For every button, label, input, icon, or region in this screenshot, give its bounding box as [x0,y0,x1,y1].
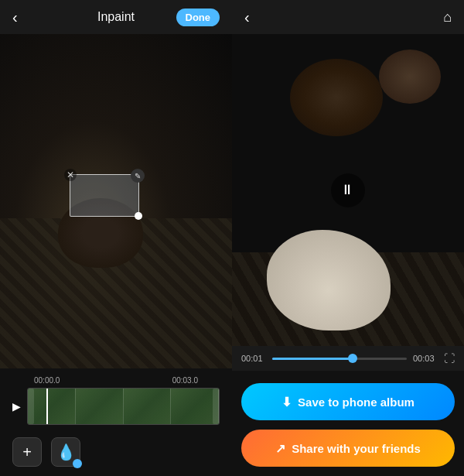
pause-icon: ⏸ [340,182,356,198]
cat-white-body [267,230,391,330]
back-icon[interactable]: ‹ [12,9,18,26]
water-drop-icon: 💧 [56,443,76,461]
save-to-album-button[interactable]: ⬇ Save to phone album [241,383,455,420]
film-frame-1 [28,389,76,424]
cat-image-left: ✕ ✎ [0,34,232,368]
playhead[interactable] [46,388,48,425]
timeline-track: ▶ [12,388,220,425]
home-icon[interactable]: ⌂ [443,9,452,26]
fullscreen-icon[interactable]: ⛶ [444,352,455,365]
share-icon: ↗ [275,441,285,456]
progress-time-start: 00:01 [241,354,266,363]
cat-dark-top [290,59,383,136]
progress-time-end: 00:03 [413,354,438,363]
selection-edit-icon[interactable]: ✎ [131,169,145,183]
progress-thumb[interactable] [348,354,357,363]
play-button[interactable]: ▶ [12,400,21,413]
selection-close-icon[interactable]: ✕ [64,169,77,181]
progress-fill [272,358,353,360]
bottom-tools: + 💧 [0,431,232,470]
right-back-icon[interactable]: ‹ [244,9,250,26]
left-video-preview: ✕ ✎ [0,34,232,368]
pause-button[interactable]: ⏸ [331,173,365,207]
action-buttons: ⬇ Save to phone album ↗ Share with your … [232,371,464,476]
effect-active-badge [73,459,82,468]
done-button[interactable]: Done [176,9,220,26]
right-panel: ‹ ⌂ ⏸ 00:01 00:03 ⛶ ⬇ Save to phone albu… [232,0,464,476]
left-bottom-controls: 00:00.0 00:03.0 ▶ + 💧 [0,368,232,476]
progress-area: 00:01 00:03 ⛶ [232,346,464,371]
film-strip[interactable] [27,388,220,425]
timeline-area: 00:00.0 00:03.0 ▶ [0,376,232,425]
film-frame-4 [171,389,219,424]
timeline-labels: 00:00.0 00:03.0 [12,376,220,385]
film-frame-2 [76,389,124,424]
share-button[interactable]: ↗ Share with your friends [241,430,455,467]
page-title: Inpaint [97,10,135,24]
right-header: ‹ ⌂ [232,0,464,34]
download-icon: ⬇ [281,395,292,409]
effect-button[interactable]: 💧 [51,437,80,467]
left-panel: ‹ Inpaint Done ✕ ✎ 00:00.0 00:03.0 ▶ [0,0,232,476]
inpaint-selection-box[interactable]: ✕ ✎ [70,174,139,217]
timeline-end-label: 00:03.0 [172,376,198,385]
right-video-preview: ⏸ [232,34,464,346]
film-frame-3 [124,389,172,424]
cat-dark-patch [379,50,441,104]
left-header: ‹ Inpaint Done [0,0,232,34]
save-button-label: Save to phone album [298,396,415,409]
progress-bar[interactable] [272,358,407,360]
timeline-start-label: 00:00.0 [34,376,60,385]
add-button[interactable]: + [12,437,42,467]
share-button-label: Share with your friends [292,442,421,455]
